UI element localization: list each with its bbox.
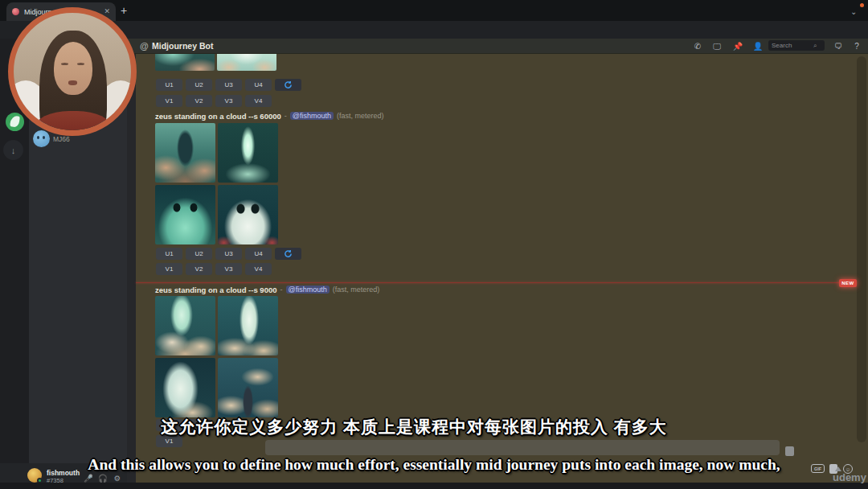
generated-image-partial-2[interactable] xyxy=(217,54,276,71)
refresh-icon xyxy=(284,249,293,258)
generated-image-grid2-bl[interactable] xyxy=(155,358,215,417)
reroll-button[interactable] xyxy=(275,79,301,91)
generated-image-grid2-tl[interactable] xyxy=(155,296,215,355)
pin-icon[interactable]: 📌 xyxy=(732,41,743,51)
variation-button-v4[interactable]: V4 xyxy=(245,95,272,107)
avatar-eye xyxy=(43,136,45,139)
upscale-button-u1[interactable]: U1 xyxy=(156,79,182,91)
reroll-button[interactable] xyxy=(275,248,301,260)
message-meta: (fast, metered) xyxy=(333,286,380,294)
variation-button-v2[interactable]: V2 xyxy=(186,263,212,275)
tab-strip-chevron-icon[interactable]: ⌄ xyxy=(850,7,857,16)
browser-update-dot xyxy=(860,3,864,7)
upscale-button-u2[interactable]: U2 xyxy=(186,79,212,91)
upscale-button-u4[interactable]: U4 xyxy=(245,79,272,91)
leaf-icon xyxy=(10,115,20,127)
refresh-icon xyxy=(284,80,293,89)
dm-user-avatar[interactable] xyxy=(33,130,50,147)
screen: Midjourney Bot ✕ + ⌄ ← channels/@me/1004… xyxy=(0,0,868,489)
download-apps-icon[interactable]: ↓ xyxy=(3,140,23,160)
upscale-button-u2[interactable]: U2 xyxy=(186,248,212,260)
generated-image-grid1-br[interactable] xyxy=(218,185,278,244)
upscale-button-u1[interactable]: U1 xyxy=(156,248,182,260)
mic-icon[interactable]: 🎤 xyxy=(84,473,93,483)
voice-call-icon[interactable]: ✆ xyxy=(692,41,703,51)
variation-button-v3[interactable]: V3 xyxy=(215,263,242,275)
message-prompt-1: zeus standing on a cloud --s 60000 - @fi… xyxy=(155,111,383,121)
variation-button-v1[interactable]: V1 xyxy=(156,263,182,275)
tab-close-icon[interactable]: ✕ xyxy=(104,8,110,15)
help-icon[interactable]: ? xyxy=(851,41,862,51)
presenter-face xyxy=(54,42,92,95)
midjourney-favicon-icon xyxy=(12,8,19,15)
generated-image-grid1-bl[interactable] xyxy=(155,185,215,244)
add-friend-icon[interactable]: 👤 xyxy=(752,41,764,51)
server-icon-green[interactable] xyxy=(6,113,24,131)
upscale-button-u3[interactable]: U3 xyxy=(215,248,242,260)
generated-image-grid1-tl[interactable] xyxy=(155,123,215,183)
generated-image-grid1-tr[interactable] xyxy=(218,123,278,183)
variation-button-v2[interactable]: V2 xyxy=(186,95,212,107)
separator: - xyxy=(285,112,287,120)
prompt-text: zeus standing on a cloud --s 9000 xyxy=(155,286,277,294)
video-call-icon[interactable]: 🖵 xyxy=(711,41,723,51)
new-tab-button[interactable]: + xyxy=(121,4,127,17)
subtitle-chinese: 这允许你定义多少努力 本质上是课程中对每张图片的投入 有多大 xyxy=(0,416,868,438)
avatar-eye xyxy=(37,136,39,139)
dm-title: Midjourney Bot xyxy=(152,41,213,51)
upscale-button-u4[interactable]: U4 xyxy=(245,248,272,260)
subtitle-english: And this allows you to define how much e… xyxy=(0,456,868,474)
new-badge: NEW xyxy=(839,279,857,287)
udemy-watermark: udemy xyxy=(833,471,866,483)
webcam-overlay xyxy=(8,7,137,136)
variation-button-v3[interactable]: V3 xyxy=(215,95,242,107)
mouth xyxy=(68,80,77,85)
search-magnifier-icon: ⌕ xyxy=(813,42,821,50)
browser-url-bar: ← channels/@me/1004730747975909386/10090… xyxy=(0,21,868,39)
separator: - xyxy=(280,286,283,294)
headphones-icon[interactable]: 🎧 xyxy=(98,473,108,483)
user-mention[interactable]: @fishmouth xyxy=(290,112,334,120)
settings-gear-icon[interactable]: ⚙ xyxy=(113,473,122,483)
prompt-text: zeus standing on a cloud --s 60000 xyxy=(155,112,281,121)
variation-button-v4[interactable]: V4 xyxy=(245,263,272,275)
eye xyxy=(77,63,84,65)
message-input-bar[interactable] xyxy=(265,440,780,455)
variation-button-v1[interactable]: V1 xyxy=(156,95,182,107)
generated-image-grid2-tr[interactable] xyxy=(218,296,278,355)
eye xyxy=(61,63,68,65)
inbox-icon[interactable]: 🗨 xyxy=(833,41,844,51)
generated-image-grid2-br[interactable] xyxy=(218,358,278,417)
message-prompt-2: zeus standing on a cloud --s 9000 - @fis… xyxy=(155,285,379,294)
bottom-edge xyxy=(0,483,868,489)
sticker-icon[interactable] xyxy=(785,446,794,456)
generated-image-partial-1[interactable] xyxy=(155,54,215,71)
browser-tab-strip: Midjourney Bot ✕ + ⌄ xyxy=(0,0,868,21)
chat-scrollbar[interactable] xyxy=(857,56,866,442)
new-messages-divider xyxy=(136,282,857,283)
dm-user-label[interactable]: MJ66 xyxy=(53,135,70,143)
user-mention[interactable]: @fishmouth xyxy=(286,286,330,294)
message-meta: (fast, metered) xyxy=(337,112,384,120)
upscale-button-u3[interactable]: U3 xyxy=(215,79,242,91)
dm-at-icon: @ xyxy=(140,41,149,51)
